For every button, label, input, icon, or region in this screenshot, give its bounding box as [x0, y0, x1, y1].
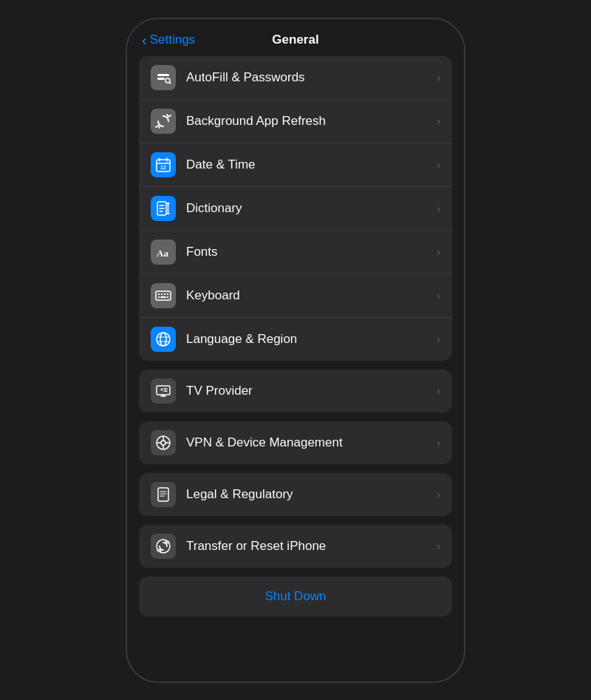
tv-provider-chevron-icon: ›	[437, 385, 440, 397]
svg-rect-24	[167, 296, 168, 298]
nav-header: ‹ Settings General	[127, 19, 464, 56]
settings-content: AutoFill & Passwords › Background App Re…	[127, 56, 464, 616]
date-time-chevron-icon: ›	[437, 159, 440, 171]
background-refresh-chevron-icon: ›	[437, 115, 440, 127]
svg-rect-17	[156, 291, 171, 300]
back-label: Settings	[150, 33, 195, 47]
language-region-label: Language & Region	[186, 332, 431, 347]
fonts-chevron-icon: ›	[437, 246, 440, 258]
language-region-chevron-icon: ›	[437, 333, 440, 345]
autofill-passwords-row[interactable]: AutoFill & Passwords ›	[139, 56, 452, 100]
svg-point-26	[160, 333, 166, 346]
tv-provider-section: TV Provider ›	[139, 370, 452, 412]
vpn-section: VPN & Device Management ›	[139, 421, 452, 464]
svg-point-44	[157, 540, 170, 553]
language-region-row[interactable]: Language & Region ›	[139, 318, 452, 361]
tv-provider-label: TV Provider	[186, 384, 431, 398]
svg-rect-40	[158, 488, 168, 501]
svg-rect-23	[160, 296, 166, 298]
vpn-chevron-icon: ›	[437, 437, 440, 449]
tv-provider-row[interactable]: TV Provider ›	[139, 370, 452, 412]
transfer-chevron-icon: ›	[437, 540, 440, 552]
legal-row[interactable]: Legal & Regulatory ›	[139, 473, 452, 516]
vpn-label: VPN & Device Management	[186, 435, 431, 450]
svg-rect-20	[164, 293, 165, 295]
back-chevron-icon: ‹	[142, 33, 147, 47]
transfer-icon	[151, 534, 176, 559]
phone-container: ‹ Settings General AutoFill & Passwords …	[126, 18, 465, 683]
svg-text:12: 12	[160, 165, 166, 170]
autofill-icon	[151, 65, 176, 90]
fonts-row[interactable]: Aa Fonts ›	[139, 231, 452, 274]
legal-chevron-icon: ›	[437, 489, 440, 500]
svg-rect-1	[157, 78, 165, 80]
svg-rect-18	[158, 293, 160, 295]
shutdown-label: Shut Down	[264, 589, 326, 604]
vpn-row[interactable]: VPN & Device Management ›	[139, 421, 452, 464]
svg-point-25	[157, 333, 170, 346]
transfer-label: Transfer or Reset iPhone	[186, 539, 431, 554]
background-refresh-icon	[151, 109, 176, 134]
shutdown-section: Shut Down	[139, 577, 452, 616]
nav-back-button[interactable]: ‹ Settings	[142, 33, 195, 47]
vpn-icon	[151, 430, 176, 455]
keyboard-label: Keyboard	[186, 288, 431, 303]
date-time-label: Date & Time	[186, 157, 431, 172]
legal-label: Legal & Regulatory	[186, 487, 431, 502]
tv-icon	[151, 378, 176, 404]
page-title: General	[272, 33, 318, 47]
transfer-section: Transfer or Reset iPhone ›	[139, 525, 452, 568]
legal-section: Legal & Regulatory ›	[139, 473, 452, 516]
transfer-row[interactable]: Transfer or Reset iPhone ›	[139, 525, 452, 568]
keyboard-row[interactable]: Keyboard ›	[139, 274, 452, 318]
fonts-icon: Aa	[151, 239, 176, 265]
autofill-label: AutoFill & Passwords	[186, 70, 431, 85]
legal-icon	[151, 482, 176, 507]
svg-point-35	[161, 441, 165, 445]
background-refresh-label: Background App Refresh	[186, 114, 431, 129]
svg-text:Aa: Aa	[157, 248, 168, 259]
language-icon	[151, 327, 176, 352]
dictionary-chevron-icon: ›	[437, 203, 440, 214]
background-app-refresh-row[interactable]: Background App Refresh ›	[139, 100, 452, 143]
svg-line-3	[169, 82, 171, 84]
main-settings-section: AutoFill & Passwords › Background App Re…	[139, 56, 452, 361]
dictionary-row[interactable]: Dictionary ›	[139, 187, 452, 231]
fonts-label: Fonts	[186, 245, 431, 259]
dictionary-label: Dictionary	[186, 201, 431, 216]
keyboard-chevron-icon: ›	[437, 290, 440, 302]
autofill-chevron-icon: ›	[437, 72, 440, 84]
dictionary-icon	[151, 196, 176, 221]
svg-rect-29	[157, 386, 170, 395]
svg-rect-21	[167, 293, 168, 295]
keyboard-icon	[151, 283, 176, 308]
svg-rect-19	[161, 293, 163, 295]
svg-rect-22	[158, 296, 160, 298]
date-time-row[interactable]: 12 Date & Time ›	[139, 143, 452, 187]
svg-rect-0	[157, 74, 169, 76]
shutdown-row[interactable]: Shut Down	[139, 577, 452, 616]
date-time-icon: 12	[151, 152, 176, 177]
